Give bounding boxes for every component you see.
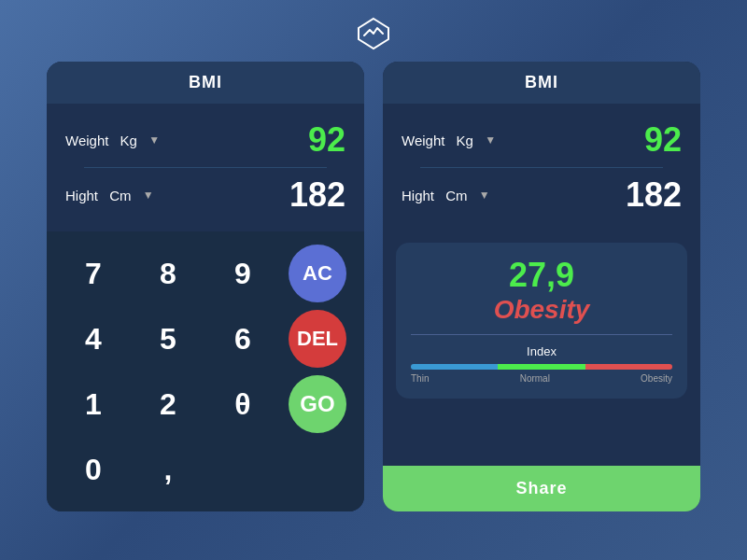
bar-obesity: [585, 364, 672, 370]
right-height-dropdown-arrow[interactable]: ▼: [479, 189, 490, 202]
left-height-row: Hight Cm ▼ 182: [65, 168, 345, 222]
key-ac-wrapper: AC: [280, 241, 355, 306]
key-8[interactable]: 8: [131, 241, 205, 306]
label-thin: Thin: [411, 373, 429, 384]
left-input-section: Weight Kg ▼ 92 Hight Cm ▼ 182: [47, 104, 364, 231]
key-ac[interactable]: AC: [289, 245, 346, 302]
left-panel-header: BMI: [47, 62, 364, 104]
key-0[interactable]: 0: [56, 437, 131, 502]
right-height-row: Hight Cm ▼ 182: [402, 168, 682, 222]
key-2[interactable]: 2: [131, 371, 205, 437]
left-panel: BMI Weight Kg ▼ 92 Hight Cm ▼ 182: [47, 62, 364, 511]
bmi-separator: [411, 334, 672, 335]
label-normal: Normal: [520, 373, 550, 384]
key-theta[interactable]: θ: [205, 371, 280, 437]
right-height-label[interactable]: Hight Cm ▼: [402, 188, 490, 203]
key-1[interactable]: 1: [56, 371, 131, 437]
key-4[interactable]: 4: [56, 306, 131, 371]
key-empty-1: [205, 437, 280, 502]
key-go-wrapper: GO: [280, 371, 355, 437]
height-dropdown-arrow[interactable]: ▼: [143, 189, 154, 202]
key-del-wrapper: DEL: [280, 306, 355, 371]
index-bar: [411, 364, 672, 370]
weight-dropdown-arrow[interactable]: ▼: [148, 133, 160, 147]
panels-container: BMI Weight Kg ▼ 92 Hight Cm ▼ 182: [19, 62, 728, 511]
logo-area: [0, 0, 747, 62]
right-panel-header: BMI: [383, 62, 700, 104]
right-weight-row: Weight Kg ▼ 92: [402, 113, 682, 167]
index-labels-row: Thin Normal Obesity: [411, 373, 672, 384]
share-button[interactable]: Share: [383, 466, 700, 511]
label-obesity: Obesity: [641, 373, 672, 384]
key-9[interactable]: 9: [205, 241, 280, 306]
bmi-value: 27,9: [411, 256, 672, 295]
bmi-result-card: 27,9 Obesity Index Thin Normal Obesity: [396, 243, 687, 399]
right-weight-value: 92: [644, 120, 682, 160]
left-height-label[interactable]: Hight Cm ▼: [65, 188, 154, 203]
app-logo-icon: [355, 15, 392, 52]
bmi-category: Obesity: [411, 295, 672, 325]
key-empty-2: [280, 437, 355, 502]
key-6[interactable]: 6: [205, 306, 280, 371]
left-weight-label[interactable]: Weight Kg ▼: [65, 133, 160, 148]
left-weight-row: Weight Kg ▼ 92: [65, 113, 345, 167]
right-weight-dropdown-arrow[interactable]: ▼: [485, 133, 496, 147]
key-del[interactable]: DEL: [289, 310, 346, 368]
right-spacer: [383, 410, 700, 466]
right-height-value: 182: [626, 175, 682, 215]
bar-normal: [498, 364, 585, 370]
key-5[interactable]: 5: [131, 306, 205, 371]
right-input-section: Weight Kg ▼ 92 Hight Cm ▼ 182: [383, 104, 700, 231]
key-comma[interactable]: ,: [131, 437, 205, 502]
bar-thin: [411, 364, 498, 370]
key-7[interactable]: 7: [56, 241, 131, 306]
right-weight-label[interactable]: Weight Kg ▼: [402, 133, 496, 148]
keypad: 7 8 9 AC 4 5 6 DEL 1 2 θ GO 0 ,: [47, 231, 364, 511]
left-height-value: 182: [289, 175, 345, 215]
left-weight-value: 92: [308, 120, 345, 160]
key-go[interactable]: GO: [289, 375, 346, 433]
right-panel: BMI Weight Kg ▼ 92 Hight Cm ▼ 182: [383, 62, 700, 511]
index-label: Index: [411, 344, 672, 358]
